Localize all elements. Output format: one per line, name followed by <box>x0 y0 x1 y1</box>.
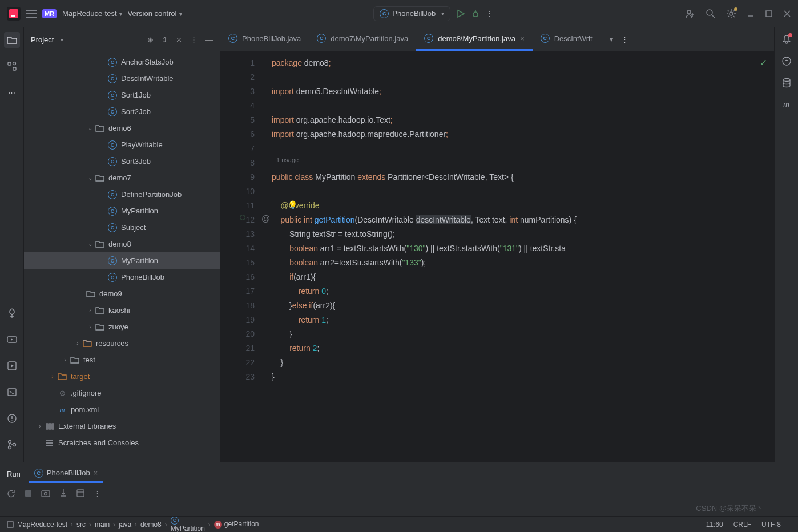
expand-all-icon[interactable]: ⇕ <box>162 35 168 44</box>
sidebar-title: Project <box>31 35 54 44</box>
intention-bulb-icon[interactable]: 💡 <box>288 200 297 209</box>
tree-node[interactable]: ›kaoshi <box>24 302 220 319</box>
svg-rect-0 <box>9 9 18 18</box>
run-more-icon[interactable]: ⋮ <box>94 489 101 498</box>
inspection-ok-icon[interactable]: ✓ <box>760 57 767 68</box>
tree-node[interactable]: ⊘.gitignore <box>24 385 220 401</box>
tree-node[interactable]: CMyPartition <box>24 252 220 269</box>
line-separator[interactable]: CRLF <box>733 521 751 529</box>
breadcrumb-item[interactable]: java <box>119 521 131 529</box>
tree-node[interactable]: ⌄demo7 <box>24 170 220 186</box>
problems-tool-icon[interactable] <box>4 410 20 426</box>
git-tool-icon[interactable] <box>4 437 20 453</box>
project-tree[interactable]: CAnchorStatsJobCDescIntWritableCSort1Job… <box>24 51 220 462</box>
class-icon: C <box>228 34 237 43</box>
tree-node[interactable]: ⌄demo8 <box>24 236 220 252</box>
run-button[interactable] <box>456 9 465 18</box>
code-editor[interactable]: ✓ 12345678910111213141516171819202122231… <box>220 51 774 462</box>
settings-icon[interactable] <box>726 9 736 19</box>
minimize-icon[interactable] <box>747 10 755 18</box>
rerun-icon[interactable] <box>7 489 15 498</box>
tree-node[interactable]: CDescIntWritable <box>24 70 220 87</box>
stop-icon[interactable] <box>25 490 32 497</box>
tree-node[interactable]: ›target <box>24 368 220 385</box>
tree-node[interactable]: ›External Libraries <box>24 418 220 434</box>
tree-node[interactable]: CSort1Job <box>24 87 220 103</box>
editor-tab[interactable]: Cdemo7\MyPartition.java <box>309 27 416 51</box>
tree-node[interactable]: Scratches and Consoles <box>24 434 220 451</box>
collapse-all-icon[interactable]: ⤫ <box>176 35 182 44</box>
tree-node[interactable]: ›test <box>24 352 220 368</box>
breadcrumb-item[interactable]: demo8 <box>140 521 162 529</box>
vcs-gutter-icon[interactable] <box>240 215 245 220</box>
run-tool-icon[interactable] <box>4 358 20 374</box>
editor-tab[interactable]: CDescIntWrit <box>533 27 600 51</box>
tree-node[interactable]: CSubject <box>24 219 220 236</box>
version-control-menu[interactable]: Version control▾ <box>128 9 182 18</box>
editor-tab[interactable]: CPhoneBillJob.java <box>220 27 309 51</box>
notifications-icon[interactable] <box>782 34 791 45</box>
tree-node[interactable]: CPlayWritable <box>24 136 220 153</box>
breadcrumb[interactable]: MapReduce-test›src›main›java›demo8›CMyPa… <box>17 517 259 533</box>
select-opened-file-icon[interactable]: ⊕ <box>147 35 154 44</box>
ai-assistant-icon[interactable] <box>781 56 792 66</box>
class-icon: C <box>34 469 43 478</box>
override-gutter-icon[interactable]: @ <box>261 213 270 223</box>
tree-node[interactable]: ›zuoye <box>24 319 220 335</box>
close-tab-icon[interactable]: × <box>520 34 525 43</box>
tree-node[interactable]: CAnchorStatsJob <box>24 54 220 70</box>
build-tool-icon[interactable] <box>4 305 20 321</box>
breadcrumb-item[interactable]: mgetPartition <box>214 520 259 529</box>
tree-node[interactable]: CSort3Job <box>24 153 220 170</box>
file-encoding[interactable]: UTF-8 <box>761 521 781 529</box>
tree-node[interactable]: CMyPartition <box>24 203 220 219</box>
code-with-me-icon[interactable] <box>685 9 695 19</box>
app-logo <box>7 7 21 21</box>
hide-sidebar-icon[interactable]: — <box>205 35 213 44</box>
class-icon: C <box>541 34 550 43</box>
layout-icon[interactable] <box>76 489 84 497</box>
breadcrumb-item[interactable]: MapReduce-test <box>17 521 67 529</box>
usage-hint[interactable]: 1 usage <box>276 156 299 163</box>
more-actions-icon[interactable]: ⋮ <box>486 9 493 18</box>
code-content[interactable]: package demo8; import demo5.DescIntWrita… <box>272 51 774 462</box>
tool-window-bar-right: m <box>774 27 798 462</box>
maven-icon[interactable]: m <box>783 99 790 110</box>
breadcrumb-item[interactable]: src <box>76 521 86 529</box>
services-tool-icon[interactable] <box>4 332 20 348</box>
tree-node[interactable]: mpom.xml <box>24 401 220 418</box>
close-icon[interactable] <box>783 10 791 18</box>
terminal-tool-icon[interactable] <box>4 384 20 400</box>
breadcrumb-item[interactable]: main <box>95 521 110 529</box>
class-icon: C <box>380 9 389 18</box>
close-tab-icon[interactable]: × <box>94 469 98 477</box>
export-icon[interactable] <box>59 489 67 498</box>
search-icon[interactable] <box>706 9 716 19</box>
tree-node[interactable]: CSort2Job <box>24 103 220 120</box>
tree-node[interactable]: demo9 <box>24 285 220 302</box>
project-tool-icon[interactable] <box>4 32 20 48</box>
svg-point-17 <box>783 79 790 82</box>
tree-node[interactable]: CDefinePartitionJob <box>24 186 220 203</box>
project-view-selector[interactable]: ▾ <box>61 37 63 43</box>
screenshot-icon[interactable] <box>41 489 50 497</box>
editor-tab[interactable]: Cdemo8\MyPartition.java× <box>416 27 532 51</box>
project-name[interactable]: MapReduce-test▾ <box>62 9 122 18</box>
run-tab[interactable]: C PhoneBillJob × <box>29 465 103 483</box>
maximize-icon[interactable] <box>765 10 773 18</box>
tabs-more-icon[interactable]: ⋮ <box>621 35 628 43</box>
more-tools-icon[interactable]: ⋯ <box>4 84 20 100</box>
tree-node[interactable]: ›resources <box>24 335 220 352</box>
sidebar-settings-icon[interactable]: ⋮ <box>190 35 198 44</box>
tabs-dropdown-icon[interactable]: ▾ <box>610 35 613 43</box>
debug-button[interactable] <box>471 9 480 18</box>
main-menu-icon[interactable] <box>26 10 37 18</box>
run-panel-title: Run <box>7 470 21 478</box>
cursor-position[interactable]: 11:60 <box>706 521 723 529</box>
run-config-selector[interactable]: C PhoneBillJob▾ <box>373 6 450 21</box>
tree-node[interactable]: CPhoneBillJob <box>24 269 220 285</box>
breadcrumb-item[interactable]: CMyPartition <box>171 517 205 533</box>
structure-tool-icon[interactable] <box>4 58 20 74</box>
tree-node[interactable]: ⌄demo6 <box>24 120 220 136</box>
database-icon[interactable] <box>782 78 791 88</box>
